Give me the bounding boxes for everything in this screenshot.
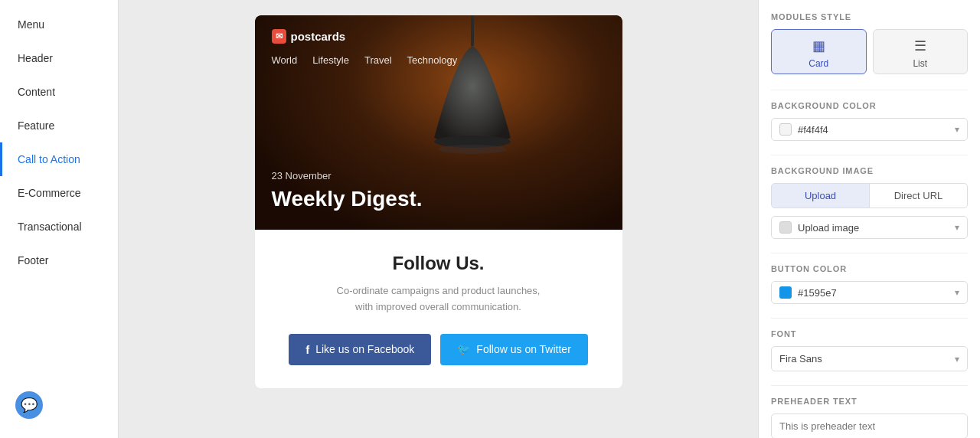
button-color-picker[interactable]: #1595e7 ▾ [771,281,968,304]
email-card: ✉ postcards World Lifestyle Travel Techn… [255,15,622,388]
sidebar-item-footer[interactable]: Footer [0,244,118,277]
modules-style-title: MODULES STYLE [771,12,968,21]
sidebar-item-feature[interactable]: Feature [0,109,118,142]
background-color-picker[interactable]: #f4f4f4 ▾ [771,118,968,141]
button-color-value: #1595e7 [798,287,949,299]
divider-5 [771,385,968,386]
nav-link-technology[interactable]: Technology [407,54,458,66]
logo-icon: ✉ [272,29,286,44]
background-color-chevron-icon: ▾ [955,124,959,135]
divider-4 [771,318,968,319]
font-title: FONT [771,329,968,338]
button-color-title: BUTTON COLOR [771,264,968,273]
upload-image-swatch [779,221,792,234]
nav-link-travel[interactable]: Travel [364,54,392,66]
card-style-icon: ▦ [812,38,825,54]
upload-image-row[interactable]: Upload image ▾ [771,216,968,239]
follow-section: Follow Us. Co-ordinate campaigns and pro… [255,230,622,388]
right-panel: MODULES STYLE ▦ Card ☰ List BACKGROUND C… [758,0,980,438]
background-color-value: #f4f4f4 [798,124,949,136]
nav-link-world[interactable]: World [272,54,298,66]
button-color-chevron-icon: ▾ [955,287,959,298]
sidebar-item-menu[interactable]: Menu [0,8,118,41]
background-color-title: BACKGROUND COLOR [771,101,968,110]
logo-text: postcards [291,30,346,43]
preheader-text-input[interactable] [771,413,968,438]
font-selector[interactable]: Fira Sans ▾ [771,346,968,371]
sidebar-item-content[interactable]: Content [0,75,118,109]
sidebar-item-ecommerce[interactable]: E-Commerce [0,176,118,210]
hero-date: 23 November [272,170,606,181]
chat-button[interactable]: 💬 [15,391,43,419]
background-image-title: BACKGROUND IMAGE [771,166,968,175]
main-preview: ✉ postcards World Lifestyle Travel Techn… [119,0,758,438]
upload-image-chevron-icon: ▾ [955,222,959,233]
upload-tab-button[interactable]: Upload [771,183,870,208]
social-buttons: f Like us on Facebook 🐦 Follow us on Twi… [286,334,592,365]
preheader-text-title: PREHEADER TEXT [771,397,968,406]
facebook-button[interactable]: f Like us on Facebook [289,334,431,365]
facebook-icon: f [305,343,309,356]
hero-title: Weekly Digest. [272,186,606,212]
direct-url-tab-button[interactable]: Direct URL [870,183,968,208]
font-value: Fira Sans [779,353,949,364]
list-style-icon: ☰ [914,38,926,54]
divider-1 [771,90,968,90]
sidebar-item-header[interactable]: Header [0,41,118,75]
divider-3 [771,253,968,253]
nav-link-lifestyle[interactable]: Lifestyle [312,54,349,66]
sidebar-item-transactional[interactable]: Transactional [0,210,118,244]
module-style-row: ▦ Card ☰ List [771,29,968,74]
divider-2 [771,155,968,155]
hero-content: ✉ postcards World Lifestyle Travel Techn… [255,15,622,230]
card-style-button[interactable]: ▦ Card [771,29,867,74]
follow-title: Follow Us. [286,253,592,274]
nav-links: World Lifestyle Travel Technology [272,54,606,66]
button-color-swatch [779,286,792,299]
sidebar-item-call-to-action[interactable]: Call to Action [0,142,118,176]
sidebar: Menu Header Content Feature Call to Acti… [0,0,119,438]
upload-image-label: Upload image [798,222,949,234]
font-chevron-icon: ▾ [955,354,959,364]
twitter-button[interactable]: 🐦 Follow us on Twitter [440,334,587,365]
background-color-swatch [779,123,792,136]
hero-section: ✉ postcards World Lifestyle Travel Techn… [255,15,622,230]
hero-bottom: 23 November Weekly Digest. [272,170,606,216]
upload-tabs: Upload Direct URL [771,183,968,208]
twitter-icon: 🐦 [457,343,470,355]
list-style-button[interactable]: ☰ List [873,29,969,74]
logo-bar: ✉ postcards [272,29,606,44]
follow-description: Co-ordinate campaigns and product launch… [286,283,592,315]
